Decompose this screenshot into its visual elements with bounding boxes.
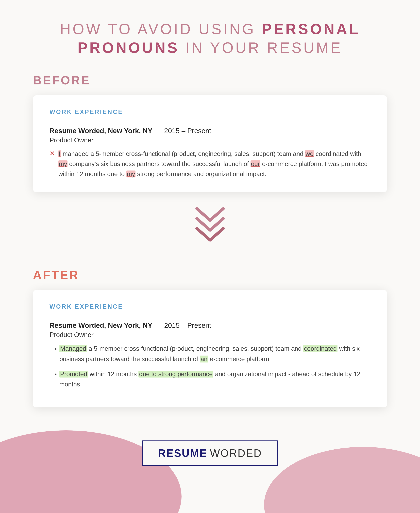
after-resume-card: WORK EXPERIENCE Resume Worded, New York,… (33, 290, 387, 407)
pronoun-our: our (250, 160, 260, 167)
x-mark-icon: ✕ (50, 149, 55, 157)
before-divider (50, 120, 370, 120)
before-work-exp-label: WORK EXPERIENCE (50, 109, 370, 116)
after-company-name: Resume Worded, New York, NY (50, 321, 152, 329)
highlight-managed: Managed (60, 345, 87, 352)
title-bold-personal: PERSONAL (262, 21, 360, 37)
after-label: AFTER (33, 268, 387, 282)
chevron-section (33, 205, 387, 258)
before-job-title: Product Owner (50, 136, 370, 144)
logo-section: RESUME WORDED (33, 421, 387, 479)
logo-box[interactable]: RESUME WORDED (142, 441, 278, 466)
after-bullets-list: Managed a 5-member cross-functional (pro… (50, 343, 370, 389)
before-bullet: ✕ I managed a 5-member cross-functional … (50, 149, 370, 179)
before-date-range: 2015 – Present (164, 127, 211, 135)
pronoun-i-1: I (58, 150, 61, 157)
before-company-line: Resume Worded, New York, NY 2015 – Prese… (50, 127, 370, 135)
after-work-exp-label: WORK EXPERIENCE (50, 303, 370, 310)
highlight-due-to: due to strong performance (138, 371, 213, 378)
highlight-coordinated: coordinated (303, 345, 338, 352)
logo-resume-text: RESUME (158, 447, 207, 459)
after-bullet-1: Managed a 5-member cross-functional (pro… (60, 343, 370, 364)
before-resume-card: WORK EXPERIENCE Resume Worded, New York,… (33, 95, 387, 192)
after-company-line: Resume Worded, New York, NY 2015 – Prese… (50, 321, 370, 329)
title-bold-pronouns: PRONOUNS (78, 39, 179, 56)
logo-worded-text: WORDED (210, 447, 262, 459)
title-line-1: HOW TO AVOID USING PERSONAL (33, 20, 387, 39)
title-section: HOW TO AVOID USING PERSONAL PRONOUNS IN … (33, 20, 387, 57)
before-label: BEFORE (33, 74, 387, 87)
after-divider (50, 315, 370, 315)
before-company-name: Resume Worded, New York, NY (50, 127, 152, 135)
after-bullet-2: Promoted within 12 months due to strong … (60, 369, 370, 389)
highlight-an: an (200, 356, 208, 363)
after-date-range: 2015 – Present (164, 321, 211, 329)
page-wrapper: HOW TO AVOID USING PERSONAL PRONOUNS IN … (0, 0, 420, 513)
chevron-container (192, 205, 228, 258)
before-bullet-text: I managed a 5-member cross-functional (p… (58, 149, 370, 179)
after-job-title: Product Owner (50, 331, 370, 339)
pronoun-my-2: my (127, 171, 135, 178)
title-line-2: PRONOUNS IN YOUR RESUME (33, 39, 387, 57)
pronoun-we: we (305, 150, 314, 157)
pronoun-my-1: my (58, 160, 68, 167)
chevrons-svg (192, 205, 228, 258)
highlight-promoted: Promoted (60, 371, 88, 378)
